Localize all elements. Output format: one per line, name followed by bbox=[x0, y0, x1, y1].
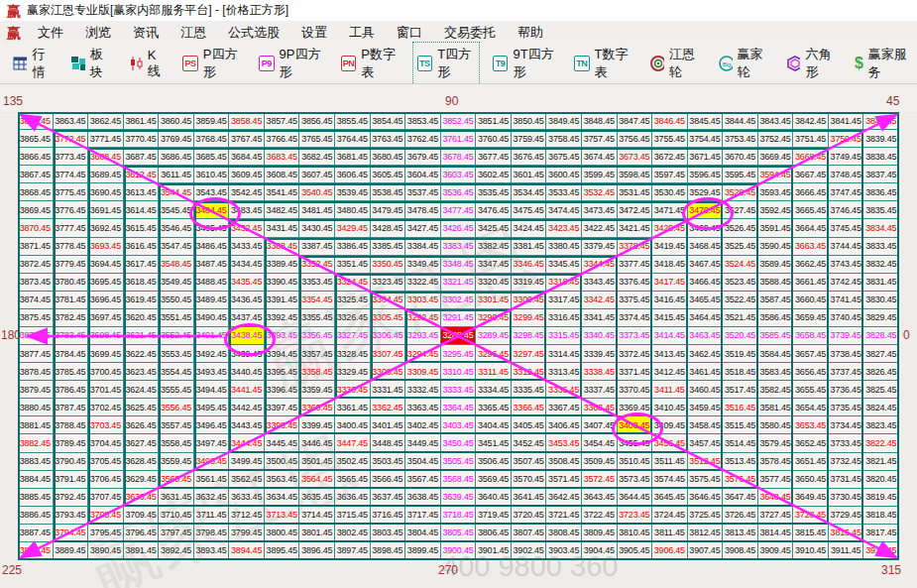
price-cell-10-5[interactable]: 3479.45 bbox=[371, 201, 406, 219]
price-cell-4-20[interactable]: 3560.45 bbox=[159, 471, 194, 489]
price-cell-10-15[interactable]: 3331.45 bbox=[371, 381, 406, 399]
menu-item-7[interactable]: 窗口 bbox=[386, 24, 433, 42]
price-cell-3-5[interactable]: 3614.45 bbox=[124, 201, 160, 219]
price-cell-4-1[interactable]: 3769.45 bbox=[159, 130, 194, 148]
price-cell-21-18[interactable]: 3579.45 bbox=[758, 434, 794, 452]
price-cell-2-23[interactable]: 3795.45 bbox=[88, 525, 124, 542]
price-cell-0-1[interactable]: 3865.45 bbox=[18, 130, 54, 148]
price-cell-19-1[interactable]: 3754.45 bbox=[688, 130, 724, 148]
price-cell-14-21[interactable]: 3641.45 bbox=[512, 489, 547, 507]
price-cell-13-24[interactable]: 3901.45 bbox=[476, 542, 512, 560]
price-cell-15-16[interactable]: 3367.45 bbox=[546, 399, 582, 416]
price-cell-4-3[interactable]: 3611.45 bbox=[159, 166, 194, 183]
price-cell-3-22[interactable]: 3709.45 bbox=[124, 507, 160, 525]
price-cell-18-6[interactable]: 3420.45 bbox=[652, 219, 688, 237]
price-cell-11-7[interactable]: 3384.45 bbox=[405, 238, 441, 256]
price-cell-18-2[interactable]: 3672.45 bbox=[652, 148, 688, 166]
price-cell-7-24[interactable]: 3895.45 bbox=[265, 542, 300, 560]
price-cell-20-4[interactable]: 3528.45 bbox=[723, 183, 758, 201]
price-cell-15-13[interactable]: 3314.45 bbox=[546, 345, 582, 363]
price-cell-14-10[interactable]: 3300.45 bbox=[512, 292, 547, 309]
price-cell-11-9[interactable]: 3322.45 bbox=[405, 274, 441, 292]
price-cell-24-0[interactable]: 3840.45 bbox=[863, 112, 899, 130]
price-cell-21-9[interactable]: 3588.45 bbox=[758, 274, 794, 292]
price-cell-1-23[interactable]: 3794.45 bbox=[54, 525, 89, 542]
price-cell-19-15[interactable]: 3460.45 bbox=[688, 381, 724, 399]
price-cell-15-12[interactable]: 3315.45 bbox=[546, 327, 582, 345]
price-cell-19-19[interactable]: 3512.45 bbox=[688, 453, 724, 471]
price-cell-21-11[interactable]: 3586.45 bbox=[758, 309, 794, 327]
price-cell-22-19[interactable]: 3651.45 bbox=[793, 453, 829, 471]
price-cell-6-24[interactable]: 3894.45 bbox=[229, 542, 265, 560]
price-cell-0-7[interactable]: 3871.45 bbox=[18, 238, 54, 256]
price-cell-0-21[interactable]: 3885.45 bbox=[18, 489, 54, 507]
price-cell-23-9[interactable]: 3742.45 bbox=[829, 274, 864, 292]
price-cell-24-24[interactable]: 3912.45 bbox=[863, 542, 899, 560]
price-cell-1-4[interactable]: 3775.45 bbox=[54, 183, 89, 201]
price-cell-2-18[interactable]: 3704.45 bbox=[88, 434, 124, 452]
price-cell-13-18[interactable]: 3451.45 bbox=[476, 434, 512, 452]
price-cell-18-21[interactable]: 3645.45 bbox=[652, 489, 688, 507]
price-cell-23-13[interactable]: 3738.45 bbox=[829, 345, 864, 363]
price-cell-8-21[interactable]: 3635.45 bbox=[299, 489, 335, 507]
price-cell-10-10[interactable]: 3304.45 bbox=[371, 292, 406, 309]
price-cell-12-24[interactable]: 3900.45 bbox=[441, 542, 477, 560]
price-cell-5-13[interactable]: 3492.45 bbox=[194, 345, 230, 363]
price-cell-4-16[interactable]: 3556.45 bbox=[159, 399, 194, 416]
menu-item-3[interactable]: 江恩 bbox=[170, 24, 217, 42]
price-cell-23-5[interactable]: 3746.45 bbox=[829, 201, 864, 219]
price-cell-13-17[interactable]: 3404.45 bbox=[476, 416, 512, 434]
price-cell-22-8[interactable]: 3662.45 bbox=[793, 256, 829, 274]
price-cell-14-14[interactable]: 3312.45 bbox=[512, 363, 547, 381]
menu-item-0[interactable]: 文件 bbox=[27, 24, 74, 42]
price-cell-4-12[interactable]: 3552.45 bbox=[159, 327, 194, 345]
price-cell-11-8[interactable]: 3349.45 bbox=[405, 256, 441, 274]
price-cell-14-7[interactable]: 3381.45 bbox=[512, 238, 547, 256]
price-cell-19-12[interactable]: 3463.45 bbox=[688, 327, 724, 345]
price-cell-6-18[interactable]: 3444.45 bbox=[229, 434, 265, 452]
price-cell-5-15[interactable]: 3494.45 bbox=[194, 381, 230, 399]
price-cell-6-23[interactable]: 3799.45 bbox=[229, 525, 265, 542]
price-cell-23-1[interactable]: 3750.45 bbox=[829, 130, 864, 148]
price-cell-11-20[interactable]: 3567.45 bbox=[405, 471, 441, 489]
price-cell-18-10[interactable]: 3416.45 bbox=[652, 292, 688, 309]
price-cell-10-1[interactable]: 3763.45 bbox=[371, 130, 406, 148]
price-cell-8-10[interactable]: 3354.45 bbox=[299, 292, 335, 309]
price-cell-11-21[interactable]: 3638.45 bbox=[405, 489, 441, 507]
price-cell-0-8[interactable]: 3872.45 bbox=[18, 256, 54, 274]
price-cell-9-24[interactable]: 3897.45 bbox=[335, 542, 371, 560]
price-cell-11-11[interactable]: 3292.45 bbox=[405, 309, 441, 327]
price-cell-3-7[interactable]: 3616.45 bbox=[124, 238, 160, 256]
price-cell-10-22[interactable]: 3716.45 bbox=[371, 507, 406, 525]
price-cell-3-4[interactable]: 3613.45 bbox=[124, 183, 160, 201]
price-cell-7-4[interactable]: 3541.45 bbox=[265, 183, 300, 201]
price-cell-8-24[interactable]: 3896.45 bbox=[299, 542, 335, 560]
price-cell-15-7[interactable]: 3380.45 bbox=[546, 238, 582, 256]
price-cell-1-16[interactable]: 3787.45 bbox=[54, 399, 89, 416]
price-cell-22-14[interactable]: 3656.45 bbox=[793, 363, 829, 381]
price-cell-24-22[interactable]: 3818.45 bbox=[863, 507, 899, 525]
price-cell-15-17[interactable]: 3406.45 bbox=[546, 416, 582, 434]
price-cell-11-3[interactable]: 3604.45 bbox=[405, 166, 441, 183]
price-cell-18-20[interactable]: 3574.45 bbox=[652, 471, 688, 489]
price-cell-7-3[interactable]: 3608.45 bbox=[265, 166, 300, 183]
price-cell-14-24[interactable]: 3902.45 bbox=[512, 542, 547, 560]
price-cell-3-16[interactable]: 3625.45 bbox=[124, 399, 160, 416]
price-cell-6-19[interactable]: 3499.45 bbox=[229, 453, 265, 471]
price-cell-6-17[interactable]: 3443.45 bbox=[229, 416, 265, 434]
price-cell-19-9[interactable]: 3466.45 bbox=[688, 274, 724, 292]
price-cell-17-6[interactable]: 3421.45 bbox=[618, 219, 653, 237]
price-cell-5-18[interactable]: 3497.45 bbox=[194, 434, 230, 452]
price-cell-8-11[interactable]: 3355.45 bbox=[299, 309, 335, 327]
price-cell-21-0[interactable]: 3843.45 bbox=[758, 112, 794, 130]
price-cell-4-8[interactable]: 3548.45 bbox=[159, 256, 194, 274]
price-cell-0-9[interactable]: 3873.45 bbox=[18, 274, 54, 292]
price-cell-16-1[interactable]: 3757.45 bbox=[582, 130, 618, 148]
toolbar-item-3[interactable]: PSP四方形 bbox=[179, 44, 244, 83]
price-cell-23-17[interactable]: 3734.45 bbox=[829, 416, 864, 434]
toolbar-item-12[interactable]: $赢家服务 bbox=[852, 44, 911, 83]
price-cell-14-17[interactable]: 3405.45 bbox=[512, 416, 547, 434]
price-cell-3-23[interactable]: 3796.45 bbox=[124, 525, 160, 542]
price-cell-17-19[interactable]: 3510.45 bbox=[618, 453, 653, 471]
price-cell-18-14[interactable]: 3412.45 bbox=[652, 363, 688, 381]
